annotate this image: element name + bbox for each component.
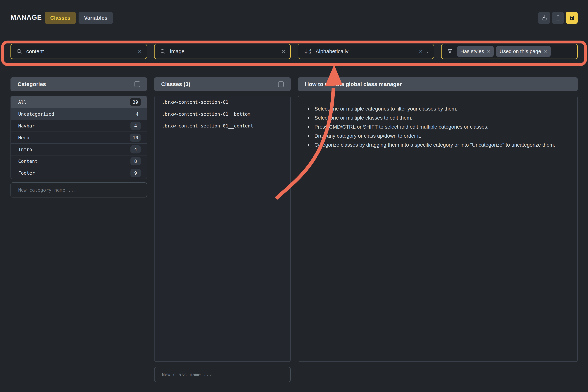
global-class-manager: MANAGE Classes Variables: [0, 0, 588, 392]
help-bullet: Select one or multiple categories to fil…: [307, 104, 572, 113]
categories-title: Categories: [17, 81, 46, 87]
categories-select-all-checkbox[interactable]: [135, 82, 140, 87]
category-search-input[interactable]: [26, 48, 138, 54]
funnel-icon: [447, 48, 453, 54]
classes-header: Classes (3): [154, 77, 291, 91]
sort-az-icon: ↓AZ: [303, 48, 311, 54]
tab-variables[interactable]: Variables: [79, 12, 113, 24]
class-row[interactable]: .brxw-content-section-01__content: [155, 120, 290, 132]
category-row-hero[interactable]: Hero 10: [11, 132, 147, 143]
help-bullet: Press CMD/CTRL or SHIFT to select and ed…: [307, 122, 572, 131]
class-search-input[interactable]: [170, 48, 281, 54]
page-title: MANAGE: [10, 14, 42, 21]
remove-chip-icon[interactable]: ✕: [544, 49, 547, 54]
classes-list: .brxw-content-section-01 .brxw-content-s…: [154, 96, 291, 362]
top-bar: MANAGE Classes Variables: [0, 0, 588, 36]
active-filter-chips: Has styles ✕ Used on this page ✕: [457, 46, 551, 57]
category-row-content[interactable]: Content 8: [11, 155, 147, 167]
tab-classes[interactable]: Classes: [45, 12, 76, 24]
clear-category-search-icon[interactable]: ✕: [138, 49, 142, 54]
help-bullet: Categorize classes by dragging them into…: [307, 140, 572, 150]
count-badge: 8: [130, 157, 141, 165]
count-badge: 4: [130, 122, 141, 130]
help-panel: Select one or multiple categories to fil…: [298, 96, 578, 362]
new-class-input[interactable]: [154, 367, 291, 382]
floppy-save-icon: [568, 14, 575, 21]
count-badge: 39: [130, 98, 141, 106]
category-row-navbar[interactable]: Navbar 4: [11, 120, 147, 132]
new-category-input[interactable]: [10, 182, 147, 198]
category-row-uncategorized[interactable]: Uncategorized 4: [11, 108, 147, 120]
upload-icon: [555, 14, 562, 21]
remove-chip-icon[interactable]: ✕: [487, 49, 490, 54]
help-bullet-list: Select one or multiple categories to fil…: [307, 104, 572, 150]
filter-row: ✕ ✕ ↓AZ Alphabetically ✕ ⌄ Has styles: [0, 44, 588, 59]
download-icon: [541, 14, 548, 21]
toolbar-actions: [538, 12, 578, 24]
clear-sort-icon[interactable]: ✕: [419, 49, 423, 54]
category-row-intro[interactable]: Intro 4: [11, 143, 147, 155]
category-search-box: ✕: [10, 44, 147, 59]
import-button[interactable]: [538, 12, 550, 24]
view-tabs: Classes Variables: [45, 12, 113, 24]
class-row[interactable]: .brxw-content-section-01__bottom: [155, 108, 290, 120]
chevron-down-icon[interactable]: ⌄: [425, 50, 429, 53]
export-button[interactable]: [552, 12, 564, 24]
filter-chips-box[interactable]: Has styles ✕ Used on this page ✕: [441, 44, 578, 59]
categories-header: Categories: [10, 77, 147, 91]
category-row-footer[interactable]: Footer 9: [11, 167, 147, 179]
class-row[interactable]: .brxw-content-section-01: [155, 96, 290, 108]
help-title: How to use the global class manager: [305, 81, 402, 87]
categories-list: All 39 Uncategorized 4 Navbar 4 Hero 10 …: [10, 96, 147, 179]
help-bullet: Select one or multiple classes to edit t…: [307, 113, 572, 122]
save-button[interactable]: [566, 12, 578, 24]
count-badge: 9: [130, 169, 141, 177]
chip-has-styles[interactable]: Has styles ✕: [457, 46, 494, 57]
chip-used-on-this-page[interactable]: Used on this page ✕: [496, 46, 551, 57]
count-label: 4: [136, 112, 141, 117]
sort-select[interactable]: ↓AZ Alphabetically ✕ ⌄: [298, 44, 434, 59]
count-badge: 10: [130, 134, 141, 142]
search-icon: [160, 48, 166, 54]
category-row-all[interactable]: All 39: [11, 96, 147, 108]
classes-title: Classes (3): [161, 81, 190, 87]
clear-class-search-icon[interactable]: ✕: [281, 49, 286, 54]
search-icon: [16, 48, 22, 54]
count-badge: 4: [130, 145, 141, 154]
classes-select-all-checkbox[interactable]: [278, 82, 284, 87]
help-bullet: Drag any category or class up/down to or…: [307, 131, 572, 140]
class-search-box: ✕: [154, 44, 291, 59]
help-header: How to use the global class manager: [298, 77, 578, 91]
sort-value: Alphabetically: [316, 48, 419, 54]
